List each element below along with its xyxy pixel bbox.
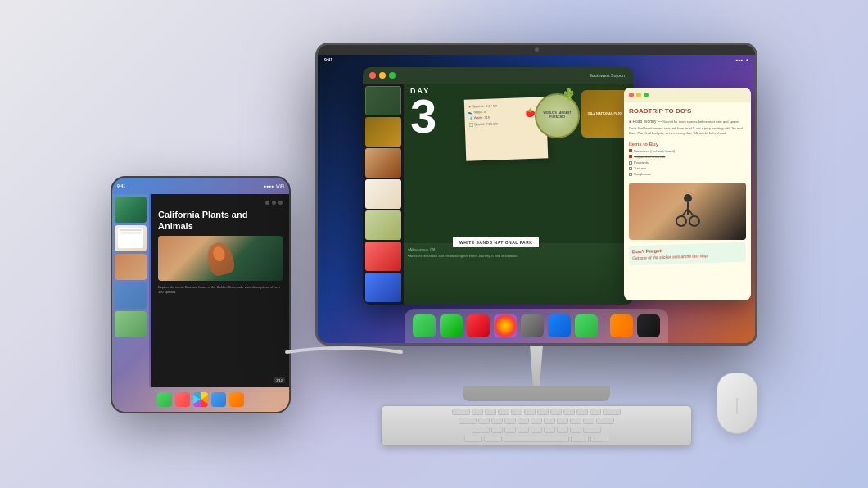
- key-h[interactable]: [544, 418, 555, 424]
- ipad-screen: 9:41 ●●●● WiFi: [112, 178, 289, 412]
- statusbar-controls: ●●● ■: [735, 57, 748, 62]
- dock-messages[interactable]: [413, 314, 436, 337]
- monitor-assembly: 9:41 ●●● ■ Southwest Sojourn: [315, 43, 757, 446]
- ipad-thumb-photo1: [115, 254, 147, 280]
- key-caps[interactable]: [459, 418, 477, 424]
- checkbox-1[interactable]: [629, 149, 632, 152]
- key-d[interactable]: [504, 418, 516, 424]
- key-u[interactable]: [550, 409, 562, 415]
- journal-thumb-6[interactable]: [365, 242, 401, 271]
- checkbox-4[interactable]: [629, 167, 632, 170]
- notes-item-1: Sunscreen (reef-safe brand): [629, 148, 746, 154]
- ipad-dot1: [265, 201, 269, 205]
- key-i[interactable]: [563, 409, 575, 415]
- key-o[interactable]: [576, 409, 588, 415]
- magic-mouse[interactable]: [712, 373, 762, 446]
- journal-day-label: DAY 3: [410, 88, 436, 138]
- key-y[interactable]: [537, 409, 549, 415]
- notes-close[interactable]: [629, 93, 634, 97]
- ipad-book-menu: [265, 201, 283, 205]
- ipad-app-switcher: [112, 194, 149, 387]
- key-arrows[interactable]: [590, 436, 608, 442]
- key-a[interactable]: [478, 418, 490, 424]
- key-return[interactable]: [596, 418, 614, 424]
- ipad-dock-files[interactable]: [211, 392, 226, 407]
- key-w[interactable]: [485, 409, 496, 415]
- monitor-stand-neck: [520, 346, 553, 386]
- notes-item-5: Sunglasses: [629, 171, 746, 177]
- monitor-body: 9:41 ●●● ■ Southwest Sojourn: [315, 43, 757, 346]
- checkbox-5[interactable]: [629, 173, 632, 176]
- journal-thumb-5[interactable]: [365, 210, 401, 240]
- key-n[interactable]: [557, 427, 568, 433]
- key-k[interactable]: [570, 418, 581, 424]
- dock-music[interactable]: [467, 314, 490, 337]
- journal-thumb-4[interactable]: [365, 179, 401, 209]
- key-v[interactable]: [531, 427, 542, 433]
- journal-thumb-7[interactable]: [365, 273, 401, 302]
- dock-files[interactable]: [548, 314, 571, 337]
- mouse-body[interactable]: [717, 373, 757, 434]
- dock-contacts[interactable]: [521, 314, 544, 337]
- titlebar-close[interactable]: [369, 72, 376, 79]
- notes-item-2: Tequila/lime drink mix: [629, 154, 746, 160]
- monitor-bezel: [318, 45, 755, 55]
- ipad-book-header: [158, 201, 283, 205]
- titlebar-minimize[interactable]: [379, 72, 386, 79]
- ipad-dock-photos[interactable]: [193, 392, 208, 407]
- dock-app6[interactable]: [575, 314, 598, 337]
- key-x[interactable]: [504, 427, 516, 433]
- key-l[interactable]: [583, 418, 594, 424]
- ipad-main-content: California Plants and Animals Explore th…: [151, 194, 289, 387]
- key-shift-right[interactable]: [583, 427, 601, 433]
- mouse-click-line: [737, 398, 738, 414]
- key-cmd-left[interactable]: [464, 436, 482, 442]
- key-z[interactable]: [491, 427, 503, 433]
- dock-scriptkit[interactable]: [637, 314, 660, 337]
- ipad-body: 9:41 ●●●● WiFi: [111, 176, 291, 413]
- journal-titlebar: Southwest Sojourn: [363, 67, 633, 84]
- key-backspace[interactable]: [603, 409, 621, 415]
- dock-photos[interactable]: [494, 314, 517, 337]
- titlebar-maximize[interactable]: [389, 72, 396, 79]
- notes-main-item: ■ Road Worthy — Submit for three spaces …: [629, 118, 746, 124]
- journal-thumb-1[interactable]: [365, 86, 401, 115]
- ipad-dock-music[interactable]: [175, 392, 190, 407]
- journal-thumb-2[interactable]: [365, 117, 401, 147]
- key-g[interactable]: [531, 418, 542, 424]
- key-tab[interactable]: [452, 409, 470, 415]
- key-shift-left[interactable]: [472, 427, 490, 433]
- checkbox-3[interactable]: [629, 161, 632, 165]
- notes-reminder-box: Don't Forget! Get one of the sticker set…: [629, 242, 747, 264]
- notes-title: ROADTRIP TO DO'S: [629, 107, 746, 115]
- journal-torn-note: ☀ Sunrise: 6:17 am 👟 Steps: 4 💧 Water: 3…: [464, 97, 549, 160]
- dock-app7[interactable]: [610, 314, 633, 337]
- journal-thumb-3[interactable]: [365, 148, 401, 178]
- key-r[interactable]: [511, 409, 522, 415]
- svg-point-5: [689, 216, 699, 226]
- key-j[interactable]: [557, 418, 568, 424]
- key-f[interactable]: [518, 418, 529, 424]
- checkbox-2[interactable]: [629, 155, 632, 158]
- notes-minimize[interactable]: [636, 93, 641, 97]
- ipad-book-title: California Plants and Animals: [158, 209, 283, 233]
- key-cmd-right[interactable]: [571, 436, 589, 442]
- key-q[interactable]: [472, 409, 483, 415]
- key-t[interactable]: [524, 409, 536, 415]
- key-p[interactable]: [590, 409, 601, 415]
- key-option[interactable]: [484, 436, 502, 442]
- key-b[interactable]: [544, 427, 555, 433]
- key-m[interactable]: [570, 427, 581, 433]
- ipad-dock-messages[interactable]: [157, 392, 172, 407]
- ipad-book-image: [158, 236, 283, 281]
- key-s[interactable]: [491, 418, 503, 424]
- keyboard[interactable]: [381, 405, 692, 446]
- key-c[interactable]: [518, 427, 529, 433]
- key-e[interactable]: [498, 409, 509, 415]
- dock-facetime[interactable]: [440, 314, 463, 337]
- ipad-dock-notes[interactable]: [229, 392, 244, 407]
- gila-park-sticker: GILA NATIONAL PARK: [581, 90, 629, 138]
- key-spacebar[interactable]: [504, 436, 569, 442]
- journal-window-title: Southwest Sojourn: [589, 73, 626, 78]
- notes-maximize[interactable]: [644, 93, 649, 97]
